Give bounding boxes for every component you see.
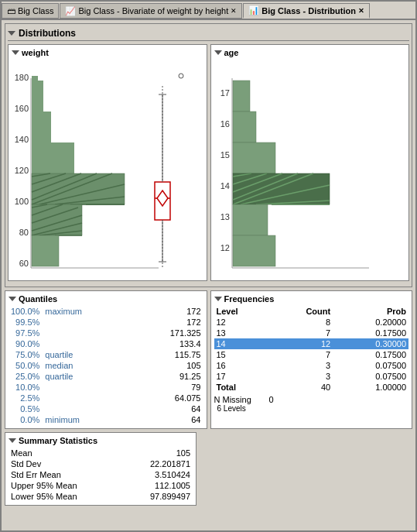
quantiles-header: Quantiles: [9, 294, 203, 304]
freq-level: 15: [214, 349, 271, 360]
quantile-value: 64.075: [88, 393, 203, 403]
summary-label: Lower 95% Mean: [9, 491, 124, 502]
quantile-row: 25.0% quartile 91.25: [9, 371, 203, 382]
summary-panel: Summary Statistics Mean 105 Std Dev 22.2…: [5, 432, 197, 506]
quantile-label: maximum: [42, 306, 88, 317]
quantile-row: 99.5% 172: [9, 317, 203, 328]
table-icon: 🗃: [7, 6, 15, 15]
summary-value: 22.201871: [124, 458, 193, 469]
quantile-row: 50.0% median 105: [9, 360, 203, 371]
quantile-value: 105: [88, 360, 203, 371]
svg-rect-51: [233, 81, 250, 112]
freq-row: 14 12 0.30000: [214, 338, 409, 349]
freq-row: 16 3 0.07500: [214, 360, 409, 371]
quantile-label: median: [42, 360, 88, 371]
svg-text:17: 17: [220, 88, 229, 98]
svg-text:140: 140: [15, 135, 29, 144]
weight-collapse[interactable]: [12, 50, 19, 55]
tab-bivariate-close[interactable]: ✕: [231, 7, 237, 15]
svg-text:80: 80: [19, 228, 29, 237]
quantile-label: [42, 393, 88, 403]
svg-text:14: 14: [220, 181, 229, 190]
quantile-pct: 10.0%: [9, 382, 42, 393]
quantiles-table: 100.0% maximum 172 99.5% 172 97.5% 171.3…: [9, 306, 203, 425]
age-histogram: 17 16 15 14 13 12: [214, 59, 385, 276]
freq-prob: 0.17500: [333, 328, 408, 338]
weight-panel: weight 180 160 140 120 100 80 60: [8, 44, 207, 281]
freq-level: 16: [214, 360, 271, 371]
age-title: age: [224, 48, 239, 57]
svg-text:60: 60: [19, 259, 29, 268]
summary-collapse[interactable]: [9, 438, 16, 443]
svg-text:120: 120: [15, 166, 29, 175]
quantile-value: 64: [88, 414, 203, 425]
quantile-value: 133.4: [88, 338, 203, 349]
quantile-row: 10.0% 79: [9, 382, 203, 393]
quantile-pct: 97.5%: [9, 328, 42, 338]
quantile-label: minimum: [42, 414, 88, 425]
n-missing-value: 0: [269, 395, 274, 404]
summary-row: Mean 105: [9, 448, 193, 458]
summary-header: Summary Statistics: [9, 436, 193, 445]
freq-level: Total: [214, 382, 271, 393]
frequencies-collapse[interactable]: [214, 297, 222, 301]
quantile-row: 100.0% maximum 172: [9, 306, 203, 317]
summary-title: Summary Statistics: [19, 436, 97, 445]
quantile-pct: 50.0%: [9, 360, 42, 371]
quantile-value: 91.25: [88, 371, 203, 382]
quantile-label: [42, 403, 88, 414]
quantile-row: 0.5% 64: [9, 403, 203, 414]
svg-text:12: 12: [220, 243, 229, 252]
freq-count: 3: [270, 371, 333, 382]
tab-distribution[interactable]: 📊 Big Class - Distribution ✕: [243, 3, 370, 19]
age-collapse[interactable]: [214, 50, 222, 55]
svg-rect-52: [233, 112, 256, 142]
freq-prob: 0.17500: [333, 349, 408, 360]
distributions-charts: weight 180 160 140 120 100 80 60: [8, 44, 409, 281]
quantile-label: [42, 338, 88, 349]
quantile-label: quartile: [42, 349, 88, 360]
freq-col-prob: Prob: [333, 306, 408, 317]
freq-count: 12: [270, 338, 333, 349]
tab-bivariate[interactable]: 📈 Big Class - Bivariate of weight by hei…: [60, 3, 242, 19]
freq-prob: 1.00000: [333, 382, 408, 393]
distributions-collapse[interactable]: [8, 31, 15, 36]
summary-label: Mean: [9, 448, 124, 458]
summary-value: 97.899497: [124, 491, 193, 502]
quantile-value: 115.75: [88, 349, 203, 360]
weight-title: weight: [22, 48, 49, 57]
freq-level: 17: [214, 371, 271, 382]
quantile-value: 172: [88, 306, 203, 317]
quantile-value: 171.325: [88, 328, 203, 338]
levels-info: 6 Levels: [217, 404, 409, 413]
quantiles-collapse[interactable]: [9, 297, 16, 301]
frequencies-title: Frequencies: [224, 294, 275, 304]
summary-label: Std Err Mean: [9, 469, 124, 480]
quantile-label: [42, 317, 88, 328]
summary-value: 112.1005: [124, 480, 193, 491]
freq-level: 14: [214, 338, 271, 349]
freq-col-level: Level: [214, 306, 271, 317]
quantile-pct: 90.0%: [9, 338, 42, 349]
quantile-pct: 0.5%: [9, 403, 42, 414]
quantile-pct: 99.5%: [9, 317, 42, 328]
tab-bar: 🗃 Big Class 📈 Big Class - Bivariate of w…: [2, 2, 415, 20]
freq-row: 12 8 0.20000: [214, 317, 409, 328]
frequencies-panel: Frequencies Level Count Prob 12 8 0.2000…: [210, 290, 413, 429]
svg-text:100: 100: [15, 197, 29, 206]
freq-count: 40: [270, 382, 333, 393]
svg-rect-54: [233, 173, 330, 204]
tab-bigclass[interactable]: 🗃 Big Class: [2, 3, 59, 19]
age-panel: age 17 16 15 14 13 12: [210, 44, 410, 281]
summary-row: Std Err Mean 3.510424: [9, 469, 193, 480]
quantile-row: 0.0% minimum 64: [9, 414, 203, 425]
quantiles-frequencies-row: Quantiles 100.0% maximum 172 99.5% 172 9…: [5, 290, 412, 429]
freq-col-count: Count: [270, 306, 333, 317]
svg-text:16: 16: [220, 119, 229, 129]
quantile-pct: 25.0%: [9, 371, 42, 382]
freq-level: 12: [214, 317, 271, 328]
main-content: Distributions weight 180 160 140 120: [2, 20, 415, 509]
tab-distribution-close[interactable]: ✕: [358, 7, 364, 15]
weight-title-row: weight: [12, 48, 203, 57]
quantile-row: 2.5% 64.075: [9, 393, 203, 403]
